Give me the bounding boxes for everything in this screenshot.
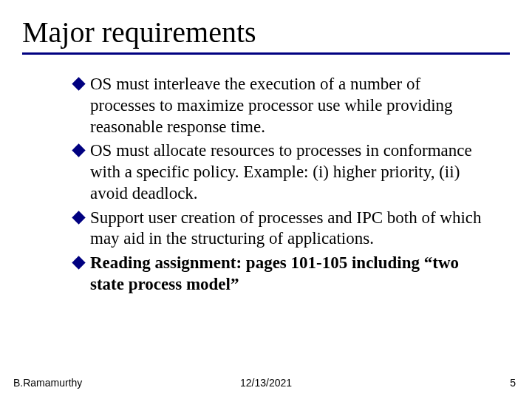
bullet-item: OS must allocate resources to processes … bbox=[74, 140, 488, 204]
bullet-text: Reading assignment: pages 101-105 includ… bbox=[90, 253, 459, 293]
slide-title: Major requirements bbox=[22, 15, 502, 50]
footer-author: B.Ramamurthy bbox=[13, 377, 82, 389]
footer-date: 12/13/2021 bbox=[240, 377, 292, 389]
bullet-item: OS must interleave the execution of a nu… bbox=[74, 74, 488, 137]
title-underline bbox=[22, 52, 510, 55]
bullet-list: OS must interleave the execution of a nu… bbox=[74, 74, 488, 296]
bullet-text: Support user creation of processes and I… bbox=[90, 208, 482, 248]
bullet-item: Reading assignment: pages 101-105 includ… bbox=[74, 253, 488, 296]
diamond-bullet-icon bbox=[72, 77, 85, 90]
bullet-text: OS must allocate resources to processes … bbox=[90, 141, 472, 202]
diamond-bullet-icon bbox=[72, 144, 85, 157]
slide: Major requirements OS must interleave th… bbox=[0, 0, 532, 399]
footer-page-number: 5 bbox=[510, 377, 516, 389]
diamond-bullet-icon bbox=[72, 256, 85, 269]
bullet-item: Support user creation of processes and I… bbox=[74, 208, 488, 250]
diamond-bullet-icon bbox=[72, 211, 85, 224]
bullet-text: OS must interleave the execution of a nu… bbox=[90, 75, 453, 136]
